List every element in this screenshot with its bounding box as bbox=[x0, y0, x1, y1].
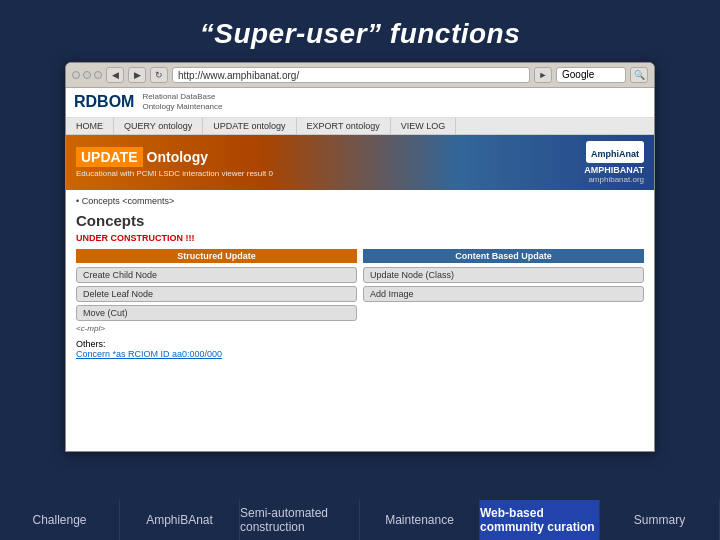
go-button[interactable]: ► bbox=[534, 67, 552, 83]
under-construction-label: UNDER CONSTRUCTION !!! bbox=[76, 233, 644, 243]
amphibanat-url: amphibanat.org bbox=[584, 175, 644, 184]
create-child-button[interactable]: Create Child Node bbox=[76, 267, 357, 283]
search-bar[interactable]: Google bbox=[556, 67, 626, 83]
amphibanat-icon: AmphiAnat bbox=[591, 149, 639, 159]
nav-export[interactable]: EXPORT ontology bbox=[297, 118, 391, 134]
left-panel: Concepts UNDER CONSTRUCTION !!! Structur… bbox=[76, 212, 644, 359]
structured-panel: Structured Update Create Child Node Dele… bbox=[76, 249, 357, 324]
page-banner: UPDATE Ontology Educational with PCMI LS… bbox=[66, 135, 654, 190]
delete-leaf-button[interactable]: Delete Leaf Node bbox=[76, 286, 357, 302]
site-header: RDBOM Relational DataBase Ontology Maint… bbox=[66, 88, 654, 118]
tab-summary[interactable]: Summary bbox=[600, 500, 720, 540]
others-link[interactable]: Concern *as RCIOM ID aa0:000/000 bbox=[76, 349, 222, 359]
close-dot bbox=[72, 71, 80, 79]
tab-semi-automated[interactable]: Semi-automated construction bbox=[240, 500, 360, 540]
content-panel: Content Based Update Update Node (Class)… bbox=[363, 249, 644, 324]
panels-row: Structured Update Create Child Node Dele… bbox=[76, 249, 644, 324]
banner-subtitle: Educational with PCMI LSDC interaction v… bbox=[76, 169, 273, 178]
banner-title: Ontology bbox=[147, 149, 208, 165]
rdbom-subtitle: Relational DataBase Ontology Maintenance bbox=[142, 92, 222, 113]
breadcrumb: • Concepts <comments> bbox=[76, 196, 644, 206]
rdbom-logo: RDBOM bbox=[74, 93, 134, 111]
bottom-tabs: Challenge AmphiBAnat Semi-automated cons… bbox=[0, 500, 720, 540]
nav-home[interactable]: HOME bbox=[66, 118, 114, 134]
main-content: • Concepts <comments> Concepts UNDER CON… bbox=[66, 190, 654, 365]
amphibanat-logo: AMPHIBANAT bbox=[584, 165, 644, 175]
tab-web-based[interactable]: Web-based community curation bbox=[480, 500, 600, 540]
search-button[interactable]: 🔍 bbox=[630, 67, 648, 83]
forward-button[interactable]: ▶ bbox=[128, 67, 146, 83]
others-label: Others: bbox=[76, 339, 106, 349]
move-cut-button[interactable]: Move (Cut) bbox=[76, 305, 357, 321]
section-title: Concepts bbox=[76, 212, 644, 229]
window-controls bbox=[72, 71, 102, 79]
browser-chrome: ◀ ▶ ↻ http://www.amphibanat.org/ ► Googl… bbox=[66, 63, 654, 88]
maximize-dot bbox=[94, 71, 102, 79]
nav-viewlog[interactable]: VIEW LOG bbox=[391, 118, 457, 134]
structured-panel-header: Structured Update bbox=[76, 249, 357, 263]
back-button[interactable]: ◀ bbox=[106, 67, 124, 83]
browser-window: ◀ ▶ ↻ http://www.amphibanat.org/ ► Googl… bbox=[65, 62, 655, 452]
update-badge: UPDATE bbox=[76, 147, 143, 167]
update-node-button[interactable]: Update Node (Class) bbox=[363, 267, 644, 283]
minimize-dot bbox=[83, 71, 91, 79]
refresh-button[interactable]: ↻ bbox=[150, 67, 168, 83]
others-section: Others: Concern *as RCIOM ID aa0:000/000 bbox=[76, 339, 644, 359]
tab-amphibanat[interactable]: AmphiBAnat bbox=[120, 500, 240, 540]
content-panels: Concepts UNDER CONSTRUCTION !!! Structur… bbox=[76, 212, 644, 359]
add-image-button[interactable]: Add Image bbox=[363, 286, 644, 302]
tab-maintenance[interactable]: Maintenance bbox=[360, 500, 480, 540]
page-title: “Super-user” functions bbox=[0, 0, 720, 62]
comment-text: <c-mpl> bbox=[76, 324, 644, 333]
nav-update[interactable]: UPDATE ontology bbox=[203, 118, 296, 134]
content-panel-header: Content Based Update bbox=[363, 249, 644, 263]
tab-challenge[interactable]: Challenge bbox=[0, 500, 120, 540]
site-nav: HOME QUERY ontology UPDATE ontology EXPO… bbox=[66, 118, 654, 135]
url-bar[interactable]: http://www.amphibanat.org/ bbox=[172, 67, 530, 83]
nav-query[interactable]: QUERY ontology bbox=[114, 118, 203, 134]
